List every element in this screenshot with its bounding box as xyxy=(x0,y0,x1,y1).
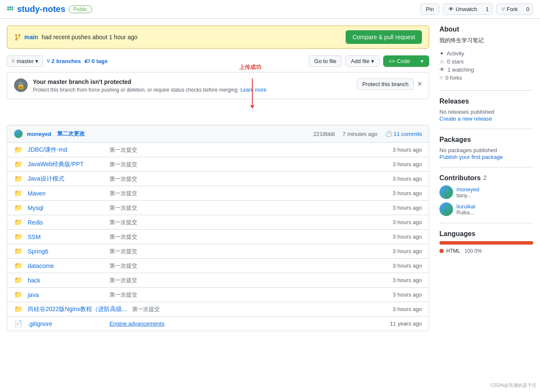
file-name[interactable]: .gitignore xyxy=(28,320,104,327)
fork-count[interactable]: 0 xyxy=(523,4,533,14)
learn-more-link[interactable]: Learn more xyxy=(240,87,266,93)
compare-pr-button[interactable]: Compare & pull request xyxy=(346,30,422,44)
file-name[interactable]: hack xyxy=(28,277,104,284)
top-bar: study-notes Public Pin 👁 Unwatch 1 ⑂ For… xyxy=(0,0,540,19)
branch-selector[interactable]: ⑂ master ▾ xyxy=(7,55,43,67)
activity-link[interactable]: ✦ Activity xyxy=(439,49,533,58)
create-release-link[interactable]: Create a new release xyxy=(439,115,492,122)
commits-link[interactable]: 🕐 11 commits xyxy=(385,131,422,137)
file-time: 3 hours ago xyxy=(393,233,422,240)
table-row: 📁JavaWeb经典版/PPT第一次提交3 hours ago xyxy=(7,157,429,172)
file-name[interactable]: JDBC/课件-md xyxy=(28,146,104,154)
commit-time: 7 minutes ago xyxy=(343,131,378,137)
close-protection-button[interactable]: × xyxy=(417,80,422,89)
file-commit-msg: Engine advancements xyxy=(110,320,385,327)
protect-branch-button[interactable]: Protect this branch xyxy=(357,78,414,90)
goto-file-button[interactable]: Go to file xyxy=(309,55,342,67)
file-name[interactable]: 尚硅谷2022版Nginx教程（进阶高级... xyxy=(28,306,127,313)
star-icon: ☆ xyxy=(439,58,445,65)
unwatch-button[interactable]: 👁 Unwatch xyxy=(443,4,482,14)
protection-desc: Protect this branch from force pushing o… xyxy=(33,87,352,93)
repo-icon xyxy=(7,6,14,13)
table-row: 📁Mysql第一次提交3 hours ago xyxy=(7,201,429,215)
left-panel: main had recent pushes about 1 hour ago … xyxy=(7,26,429,331)
table-row: 📁Spring6第一次提交3 hours ago xyxy=(7,244,429,259)
file-name[interactable]: Mysql xyxy=(28,205,104,211)
file-commit-msg: 第一次提交 xyxy=(110,175,387,183)
file-commit-msg: 第一次提交 xyxy=(110,146,387,154)
packages-title: Packages xyxy=(439,136,533,144)
contributors-list: moneyedtiany...liuruikaiRuika... xyxy=(439,185,533,216)
code-button[interactable]: <> Code xyxy=(384,56,415,66)
table-row: 📁JDBC/课件-md第一次提交3 hours ago xyxy=(7,143,429,157)
no-packages-text: No packages published xyxy=(439,147,533,153)
table-row: 📁datacome第一次提交3 hours ago xyxy=(7,259,429,273)
commit-user[interactable]: moneyed xyxy=(27,131,51,137)
html-dot xyxy=(439,249,444,253)
file-name[interactable]: JavaWeb经典版/PPT xyxy=(28,161,104,168)
folder-icon: 📁 xyxy=(14,160,23,168)
tags-link[interactable]: 🏷 0 tags xyxy=(84,58,108,64)
stars-count: 0 stars xyxy=(447,58,464,65)
divider-4 xyxy=(439,223,533,223)
forks-count: 0 forks xyxy=(445,75,462,81)
languages-section: Languages HTML 100.0% xyxy=(439,230,533,254)
file-time: 3 hours ago xyxy=(393,219,422,225)
file-time: 3 hours ago xyxy=(393,262,422,269)
add-file-button[interactable]: Add file ▾ xyxy=(346,56,379,66)
protection-container: 上传成功 🔒 Your master branch isn't protecte… xyxy=(7,72,429,99)
fork-icon: ⑂ xyxy=(439,75,443,81)
folder-icon: 📁 xyxy=(14,305,23,313)
code-chevron-button[interactable]: ▾ xyxy=(415,56,429,66)
svg-rect-0 xyxy=(7,6,9,8)
branch-chevron-icon: ▾ xyxy=(35,58,38,64)
contributor-item[interactable]: moneyedtiany... xyxy=(439,185,533,199)
tag-icon: 🏷 xyxy=(84,58,90,64)
file-name[interactable]: Maven xyxy=(28,190,104,197)
file-name[interactable]: datacome xyxy=(28,262,104,269)
notice-bar: main had recent pushes about 1 hour ago … xyxy=(7,26,429,49)
pin-button[interactable]: Pin xyxy=(420,3,439,15)
watching-link[interactable]: 👁 1 watching xyxy=(439,66,533,74)
stars-link[interactable]: ☆ 0 stars xyxy=(439,58,533,66)
branch-count: 2 xyxy=(52,58,55,64)
releases-section: Releases No releases published Create a … xyxy=(439,98,533,122)
file-time: 3 hours ago xyxy=(393,291,422,298)
file-name[interactable]: java xyxy=(28,291,104,298)
publish-package-link[interactable]: Publish your first package xyxy=(439,154,503,160)
branch-bar: ⑂ master ▾ ⑂ 2 branches 🏷 0 tags Go to f… xyxy=(7,55,429,67)
commit-hash: 2218bb8 xyxy=(313,131,335,137)
repo-title-area: study-notes Public xyxy=(7,4,92,14)
contributors-section: Contributors 2 moneyedtiany...liuruikaiR… xyxy=(439,174,533,216)
repo-name[interactable]: study-notes xyxy=(17,4,65,14)
branch-icon: ⑂ xyxy=(12,58,15,64)
svg-rect-3 xyxy=(7,9,9,10)
table-row: 📁hack第一次提交3 hours ago xyxy=(7,273,429,288)
folder-icon: 📁 xyxy=(14,204,23,212)
contributor-item[interactable]: liuruikaiRuika... xyxy=(439,202,533,216)
divider-3 xyxy=(439,167,533,167)
file-name[interactable]: Spring6 xyxy=(28,248,104,255)
contributor-handle: Ruika... xyxy=(456,210,475,216)
commit-message[interactable]: 第二次更改 xyxy=(57,130,85,138)
file-name[interactable]: SSM xyxy=(28,233,104,240)
file-time: 3 hours ago xyxy=(393,248,422,254)
divider-2 xyxy=(439,129,533,129)
file-name[interactable]: Redis xyxy=(28,219,104,226)
table-row: 📁SSM第一次提交3 hours ago xyxy=(7,230,429,244)
table-row: 📁Java设计模式第一次提交3 hours ago xyxy=(7,172,429,186)
file-name[interactable]: Java设计模式 xyxy=(28,175,104,183)
branches-link[interactable]: ⑂ 2 branches xyxy=(46,58,81,64)
file-commit-msg: 第一次提交 xyxy=(110,262,387,270)
file-commit-msg: 第一次提交 xyxy=(110,190,387,197)
language-item-html: HTML 100.0% xyxy=(439,248,533,254)
unwatch-count[interactable]: 1 xyxy=(482,4,492,14)
notice-branch: main xyxy=(24,34,38,40)
language-bar xyxy=(439,241,533,245)
forks-link[interactable]: ⑂ 0 forks xyxy=(439,74,533,82)
file-table: moneyed 第二次更改 2218bb8 7 minutes ago 🕐 11… xyxy=(7,125,429,331)
repo-actions: Pin 👁 Unwatch 1 ⑂ Fork 0 xyxy=(420,3,533,15)
fork-button[interactable]: ⑂ Fork xyxy=(497,4,523,14)
file-rows: 📁JDBC/课件-md第一次提交3 hours ago📁JavaWeb经典版/P… xyxy=(7,143,429,331)
file-time: 11 years ago xyxy=(390,320,422,327)
